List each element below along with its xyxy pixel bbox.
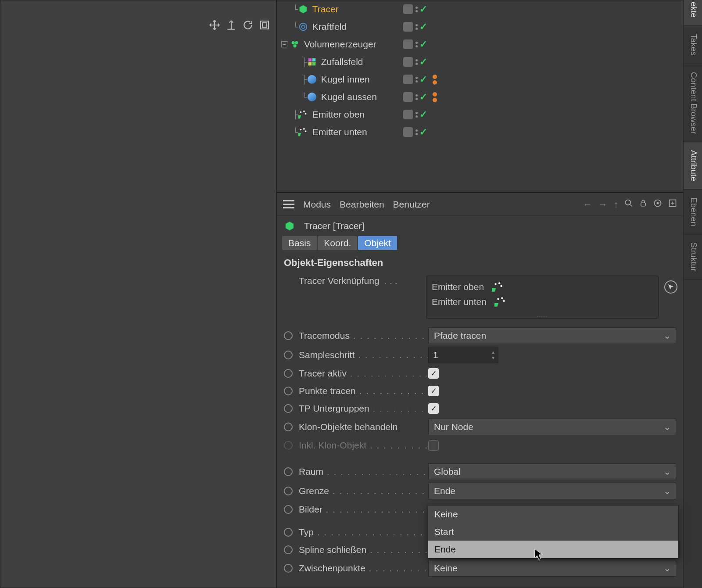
sidetab-attribute[interactable]: Attribute [684,142,702,190]
sidetab-content-browser[interactable]: Content Browser [684,64,702,143]
expander-icon[interactable]: − [281,41,287,47]
dropdown-klon[interactable]: Nur Node⌄ [428,419,676,435]
move-icon[interactable] [208,19,221,31]
tree-label[interactable]: Emitter unten [312,127,367,137]
tree-row-zufallsfeld[interactable]: ├ Zufallsfeld ✓ [277,53,683,71]
tree-row-tracer[interactable]: └ Tracer ✓ [277,0,683,18]
attribute-manager[interactable]: Modus Bearbeiten Benutzer ← → ↑ Tracer [… [276,192,684,588]
number-field[interactable]: 1▲▼ [428,347,498,363]
checkbox[interactable]: ✓ [428,368,439,379]
pick-arrow-icon[interactable] [664,280,677,294]
visibility-check-icon[interactable]: ✓ [419,74,427,85]
anim-radio[interactable] [284,423,293,431]
tree-label[interactable]: Kraftfeld [312,22,347,32]
layer-toggle[interactable] [403,39,413,49]
anim-radio[interactable] [284,467,293,476]
tree-label[interactable]: Volumenerzeuger [304,39,376,50]
popup-item-start[interactable]: Start [428,523,678,541]
anim-radio[interactable] [284,564,293,573]
frame-icon[interactable] [258,19,271,31]
connector-icon: ├ [301,57,306,67]
emitter-icon [494,296,508,308]
sidetab-takes[interactable]: Takes [684,26,702,64]
updown-icon[interactable] [225,19,237,31]
resize-grip-icon[interactable]: ∙∙∙∙∙ [537,314,548,319]
tab-koord[interactable]: Koord. [318,236,357,250]
link-box[interactable]: Emitter oben Emitter unten ∙∙∙∙∙ [426,276,659,319]
tree-row-emitter-unten[interactable]: └ Emitter unten ✓ [277,123,683,141]
popup-item-ende[interactable]: Ende [428,541,678,558]
anim-radio[interactable] [284,505,293,514]
viewport[interactable] [0,0,276,588]
anim-radio[interactable] [284,369,293,378]
dropdown-grenze[interactable]: Ende⌄ [428,483,676,499]
search-icon[interactable] [624,199,633,210]
target-icon[interactable] [653,199,662,210]
link-item[interactable]: Emitter unten [432,294,653,309]
dropdown-tracemodus[interactable]: Pfade tracen⌄ [428,327,676,344]
tab-basis[interactable]: Basis [282,236,317,250]
new-window-icon[interactable] [668,199,677,210]
checkbox[interactable]: ✓ [428,386,439,396]
visibility-check-icon[interactable]: ✓ [419,109,427,120]
object-manager[interactable]: └ Tracer ✓ └ Kraftfeld ✓ − [276,0,684,192]
tag-icon[interactable] [433,92,437,102]
nav-back-icon[interactable]: ← [583,199,592,210]
tree-label[interactable]: Zufallsfeld [321,57,363,67]
sidetab-objekte[interactable]: ekte [684,0,702,26]
svg-rect-17 [298,115,301,118]
visibility-check-icon[interactable]: ✓ [419,126,427,138]
tree-label[interactable]: Tracer [312,4,339,14]
tab-objekt[interactable]: Objekt [358,236,397,250]
layer-toggle[interactable] [403,4,413,14]
lock-icon[interactable] [639,199,647,210]
anim-radio[interactable] [284,331,293,340]
menu-modus[interactable]: Modus [303,199,331,210]
layer-toggle[interactable] [403,22,413,32]
tree-label[interactable]: Emitter oben [312,109,365,120]
sidetab-ebenen[interactable]: Ebenen [684,190,702,235]
section-title: Objekt-Eigenschaften [277,255,683,273]
anim-radio[interactable] [284,528,293,537]
layer-toggle[interactable] [403,75,413,84]
anim-radio[interactable] [284,351,293,359]
menu-benutzer[interactable]: Benutzer [393,199,430,210]
menu-icon[interactable] [283,200,294,208]
prop-label: Grenze [299,486,428,496]
nav-up-icon[interactable]: ↑ [614,199,619,210]
menu-bearbeiten[interactable]: Bearbeiten [340,199,384,210]
dropdown-zwischenpunkte[interactable]: Keine⌄ [428,560,676,577]
layer-toggle[interactable] [403,110,413,119]
visibility-check-icon[interactable]: ✓ [419,56,427,68]
popup-item-keine[interactable]: Keine [428,506,678,523]
tree-label[interactable]: Kugel aussen [321,92,377,102]
tree-row-emitter-oben[interactable]: ├ Emitter oben ✓ [277,106,683,123]
visibility-check-icon[interactable]: ✓ [419,91,427,103]
anim-radio[interactable] [284,404,293,413]
tree-row-kraftfeld[interactable]: └ Kraftfeld ✓ [277,18,683,36]
visibility-check-icon[interactable]: ✓ [419,4,427,15]
tree-row-volumenerzeuger[interactable]: − Volumenerzeuger ✓ [277,36,683,53]
anim-radio[interactable] [284,487,293,495]
visibility-check-icon[interactable]: ✓ [419,39,427,50]
svg-point-25 [626,200,631,205]
layer-toggle[interactable] [403,127,413,137]
tag-icon[interactable] [433,75,437,85]
visibility-check-icon[interactable]: ✓ [419,21,427,32]
anim-radio[interactable] [284,387,293,395]
dropdown-popup[interactable]: Keine Start Ende [428,505,679,559]
tree-row-kugel-aussen[interactable]: └ Kugel aussen ✓ [277,88,683,106]
tree-row-kugel-innen[interactable]: ├ Kugel innen ✓ [277,71,683,88]
layer-toggle[interactable] [403,92,413,102]
spinner-icon[interactable]: ▲▼ [491,350,495,360]
rotate-icon[interactable] [242,19,254,31]
tracer-icon [297,4,309,15]
dropdown-raum[interactable]: Global⌄ [428,463,676,480]
link-item[interactable]: Emitter oben [432,280,653,294]
layer-toggle[interactable] [403,57,413,67]
checkbox[interactable]: ✓ [428,403,439,414]
nav-forward-icon[interactable]: → [598,199,608,210]
tree-label[interactable]: Kugel innen [321,74,370,85]
sidetab-struktur[interactable]: Struktur [684,234,702,280]
anim-radio[interactable] [284,545,293,554]
